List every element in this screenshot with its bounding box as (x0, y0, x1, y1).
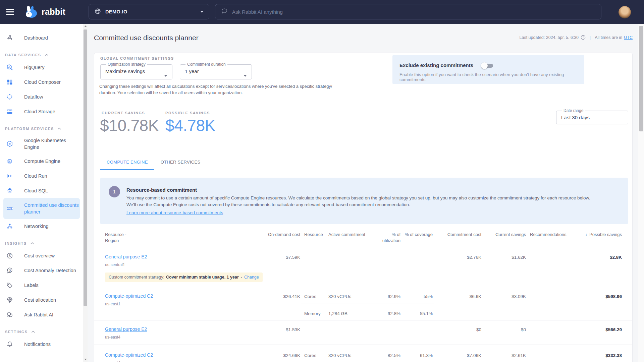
resource-cell: General purpose E2 us-east4 (105, 320, 216, 345)
resource-type-cell: Memory (300, 303, 328, 316)
col-active-commitment: Active commitment (328, 229, 373, 246)
col-on-demand-cost: On-demand cost (216, 229, 300, 246)
sidebar-item-notifications[interactable]: Notifications (0, 337, 83, 352)
on-demand-cost-cell: $1.53K (216, 320, 300, 345)
possible-savings-cell: $332.38 (585, 345, 622, 362)
cloud-sql-icon (6, 187, 13, 194)
sidebar-section-insights[interactable]: INSIGHTS (0, 238, 83, 248)
scroll-down-arrow[interactable] (83, 357, 88, 362)
table-row: General purpose E2 us-east4 $1.53K $0 $0… (94, 320, 633, 345)
org-selector-value: DEMO.IO (105, 9, 127, 14)
banner-title: Resource-based commitment (126, 187, 197, 193)
commitments-table: Resource -Region On-demand cost Resource… (94, 229, 633, 362)
learn-more-link[interactable]: Learn more about resource-based commitme… (126, 210, 223, 215)
diamond-icon (6, 296, 13, 304)
current-savings-label: CURRENT SAVINGS (102, 111, 145, 115)
user-avatar[interactable] (619, 6, 631, 18)
resource-link[interactable]: Compute-optimized C2 (105, 352, 153, 358)
sidebar-item-gke[interactable]: Google Kubernetes Engine (0, 134, 83, 154)
bell-icon (6, 341, 13, 348)
step-number-badge: 1 (109, 186, 120, 197)
sidebar-scrollbar-thumb[interactable] (84, 29, 87, 306)
scroll-up-arrow[interactable] (83, 24, 88, 29)
commitment-cost-cell: $2.76K (433, 246, 481, 285)
cloud-composer-icon (6, 78, 13, 86)
menu-icon[interactable] (6, 9, 14, 15)
sidebar-item-networking[interactable]: Networking (0, 219, 83, 234)
commitment-duration-label: Commitment duration (185, 62, 227, 67)
info-icon[interactable] (581, 35, 586, 40)
exclude-commitments-panel: Exclude existing commitments Enable this… (392, 55, 584, 84)
coverage-cell: 61.3% (400, 345, 433, 362)
global-settings-label: GLOBAL COMMITMENT SETTINGS (100, 56, 174, 60)
chevron-down-icon (164, 75, 167, 77)
sidebar-item-cost-overview[interactable]: $ Cost overview (0, 248, 83, 263)
resource-type-cell: Cores (300, 345, 328, 362)
org-selector[interactable]: DEMO.IO (89, 4, 209, 19)
sidebar-item-cloud-storage[interactable]: Cloud Storage (0, 104, 83, 119)
chevron-up-icon (31, 330, 35, 333)
sidebar-item-ask-rabbit-ai[interactable]: Ask Rabbit AI (0, 307, 83, 322)
coverage-cell: 55.1% (400, 303, 433, 316)
tab-other-services[interactable]: OTHER SERVICES (154, 155, 207, 170)
resource-link[interactable]: General purpose E2 (105, 254, 147, 259)
page-title: Committed use discounts planner (94, 34, 199, 42)
sidebar-item-labels[interactable]: Labels (0, 278, 83, 293)
optimization-strategy-select[interactable]: Optimization strategy Maximize savings (100, 62, 172, 79)
optimization-strategy-value: Maximize savings (105, 68, 145, 74)
resource-commitment-banner: 1 Resource-based commitment You may comm… (100, 178, 628, 224)
chevron-up-icon (57, 127, 61, 130)
sidebar-section-platform-services[interactable]: PLATFORM SERVICES (0, 124, 83, 134)
sidebar-item-cost-allocation[interactable]: Cost allocation (0, 293, 83, 307)
sidebar-item-bigquery[interactable]: BigQuery (0, 60, 83, 75)
sidebar-section-data-services[interactable]: DATA SERVICES (0, 50, 83, 60)
active-commitment-cell: 1,284 GB (328, 303, 373, 316)
exclude-commitments-toggle[interactable] (481, 62, 494, 69)
col-utilization: % of utilization (373, 229, 400, 246)
exclude-commitments-description: Enable this option if you want to check … (399, 72, 584, 82)
current-savings-cell: $2.61K (481, 345, 526, 362)
resource-link[interactable]: Compute-optimized C2 (105, 293, 153, 299)
col-possible-savings[interactable]: ↓Possible savings (585, 229, 622, 246)
date-range-label: Date range (562, 108, 585, 113)
sidebar-item-cost-anomaly[interactable]: $ Cost Anomaly Detection (0, 263, 83, 278)
planner-card: GLOBAL COMMITMENT SETTINGS Optimization … (94, 53, 633, 362)
dashboard-icon (6, 34, 13, 42)
tab-compute-engine[interactable]: COMPUTE ENGINE (100, 155, 154, 170)
custom-strategy-banner: Custom commitment startegy: Cover minimu… (105, 273, 263, 282)
sidebar-item-dashboard[interactable]: Dashboard (0, 31, 83, 45)
commitment-duration-select[interactable]: Commitment duration 1 year (180, 62, 252, 79)
commitment-duration-value: 1 year (185, 68, 199, 74)
resource-region: us-central1 (105, 262, 216, 267)
chat-icon (6, 311, 13, 318)
dataflow-icon (6, 93, 13, 101)
date-range-value: Last 30 days (561, 115, 590, 120)
sidebar-section-settings[interactable]: SETTINGS (0, 327, 83, 337)
table-header-row: Resource -Region On-demand cost Resource… (94, 229, 633, 246)
possible-savings-label: POSSIBLE SAVINGS (165, 111, 210, 115)
current-savings-cell: $0 (481, 320, 526, 345)
sidebar-item-dataflow[interactable]: Dataflow (0, 89, 83, 104)
search-input[interactable] (232, 9, 596, 15)
brand-logo[interactable]: rabbit (23, 5, 65, 19)
banner-description-line1: You may commit to use a certain amount o… (126, 195, 590, 200)
commitment-cost-cell: $7.06K (433, 345, 481, 362)
change-strategy-link[interactable]: Change (244, 275, 259, 280)
chevron-down-icon (200, 11, 204, 13)
table-row: General purpose E2 us-central1 $7.59K $2… (94, 246, 633, 285)
sidebar-item-compute-engine[interactable]: Compute Engine (0, 154, 83, 169)
possible-savings-value: $4.78K (165, 116, 215, 135)
chevron-down-icon (244, 75, 247, 77)
sidebar-item-cloud-sql[interactable]: Cloud SQL (0, 183, 83, 198)
timezone-note: All times are in (595, 35, 622, 40)
page-meta: Last updated: 2024. ápr. 5. 6:30 | All t… (520, 35, 633, 40)
sidebar-item-cloud-run[interactable]: Cloud Run (0, 169, 83, 183)
utc-link[interactable]: UTC (624, 35, 633, 40)
resource-link[interactable]: General purpose E2 (105, 326, 147, 332)
main-scrollbar-thumb[interactable] (639, 26, 643, 131)
utilization-cell: 92.8% (373, 303, 400, 316)
date-range-field[interactable]: Date range Last 30 days (556, 108, 628, 124)
sidebar-item-cud-planner[interactable]: % Committed use discounts planner (3, 198, 80, 219)
sidebar-item-cloud-composer[interactable]: Cloud Composer (0, 75, 83, 89)
svg-text:%: % (8, 207, 11, 210)
